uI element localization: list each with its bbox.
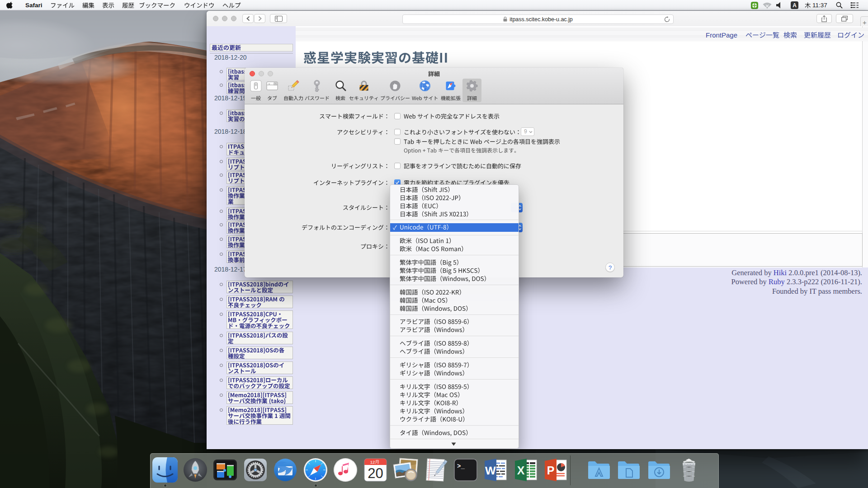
svg-text:12: 12 [370, 460, 375, 465]
svg-text:>_: >_ [457, 463, 465, 470]
svg-text:P: P [547, 464, 555, 477]
svg-text:20: 20 [368, 465, 383, 481]
svg-text:W: W [485, 464, 496, 477]
svg-text:X: X [517, 464, 525, 477]
svg-text:A: A [793, 2, 797, 9]
